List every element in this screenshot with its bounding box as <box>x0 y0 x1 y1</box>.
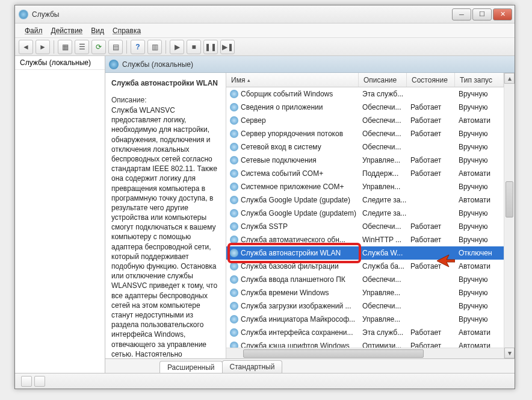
minimize-button[interactable]: ─ <box>452 8 471 20</box>
service-state <box>407 305 455 307</box>
service-name: Служба времени Windows <box>241 289 329 297</box>
service-row[interactable]: Служба автонастройки WLANСлужба W...Откл… <box>226 246 504 260</box>
service-row[interactable]: Системное приложение COM+Управлен...Вруч… <box>226 180 504 193</box>
service-start-type: Вручную <box>455 301 504 311</box>
service-row[interactable]: Сетевой вход в системуОбеспечи...Вручную <box>226 140 504 154</box>
service-name: Служба инициатора Майкрософ... <box>241 315 355 323</box>
service-row[interactable]: Служба интерфейса сохранени...Эта служб.… <box>226 326 504 339</box>
statusbar-button-1[interactable] <box>21 376 32 387</box>
service-start-type: Отключен <box>455 248 504 258</box>
service-start-type: Вручную <box>455 102 504 113</box>
start-service-button[interactable]: ▶ <box>170 40 184 54</box>
service-state: Работает <box>407 234 455 245</box>
service-name: Система событий COM+ <box>241 169 323 178</box>
service-name: Служба интерфейса сохранени... <box>241 328 353 337</box>
service-row[interactable]: Службa aвтоматического обн...WinHTTP ...… <box>226 233 504 246</box>
service-row[interactable]: Служба инициатора Майкрософ...Управляе..… <box>226 313 504 326</box>
close-button[interactable]: ✕ <box>493 8 512 20</box>
service-desc: Обеспечи... <box>359 102 407 113</box>
horizontal-scrollbar[interactable] <box>226 348 504 358</box>
restart-service-button[interactable]: ▶❚ <box>220 40 235 54</box>
services-list: Имя▴ Описание Состояние Тип запус Сборщи… <box>226 73 504 358</box>
service-row[interactable]: СерверОбеспечи...РаботаетАвтомати <box>226 114 504 127</box>
service-start-type: Вручную <box>455 89 504 99</box>
tree-item-local-services[interactable]: Службы (локальные) <box>15 56 105 70</box>
description-text: Служба WLANSVC предоставляет логику, нео… <box>111 105 220 358</box>
service-row[interactable]: Система событий COM+Поддерж...РаботаетАв… <box>226 167 504 180</box>
service-desc: Управляе... <box>359 155 407 166</box>
result-pane-title: Службы (локальные) <box>122 60 193 69</box>
service-start-type: Вручную <box>455 181 504 192</box>
col-startup-type[interactable]: Тип запус <box>455 73 504 87</box>
service-name: Служба автонастройки WLAN <box>241 249 341 257</box>
service-row[interactable]: Служба кэша шрифтов WindowsОптимизи...Ра… <box>226 339 504 348</box>
menu-file[interactable]: Файл <box>21 25 46 36</box>
services-app-icon <box>19 10 28 19</box>
menu-action[interactable]: Действие <box>48 25 87 36</box>
service-start-type: Автомати <box>455 195 504 205</box>
properties-button[interactable]: ☰ <box>75 40 89 54</box>
vscroll-thumb[interactable] <box>506 181 513 217</box>
service-icon <box>230 315 238 323</box>
service-icon <box>230 196 238 204</box>
service-state <box>407 93 455 95</box>
service-icon <box>230 90 238 98</box>
service-row[interactable]: Служба Google Update (gupdate)Следите за… <box>226 193 504 207</box>
service-name: Служба базовой фильтрации <box>241 262 339 270</box>
col-description[interactable]: Описание <box>359 73 407 87</box>
titlebar[interactable]: Службы ─ ☐ ✕ <box>15 5 515 23</box>
console-tree: Службы (локальные) <box>15 56 105 373</box>
statusbar-button-2[interactable] <box>34 376 45 387</box>
help-button[interactable]: ? <box>131 40 145 54</box>
service-name: Сетевые подключения <box>241 156 317 164</box>
col-name[interactable]: Имя▴ <box>226 73 359 87</box>
description-label: Описание: <box>111 96 220 104</box>
service-name: Сведения о приложении <box>241 103 323 111</box>
service-row[interactable]: Служба загрузки изображений ...Обеспечи.… <box>226 299 504 313</box>
tab-extended[interactable]: Расширенный <box>159 361 223 373</box>
service-icon <box>230 275 238 284</box>
pause-service-button[interactable]: ❚❚ <box>203 40 218 54</box>
columns-button[interactable]: ▥ <box>147 40 162 54</box>
service-row[interactable]: Служба Google Update (gupdatem)Следите з… <box>226 207 504 220</box>
sort-asc-icon: ▴ <box>247 77 250 83</box>
maximize-button[interactable]: ☐ <box>472 8 492 20</box>
back-button[interactable]: ◄ <box>19 40 33 54</box>
refresh-button[interactable]: ⟳ <box>91 40 106 54</box>
service-start-type: Автомати <box>455 261 504 272</box>
service-desc: Следите за... <box>359 195 407 205</box>
service-icon <box>230 169 238 178</box>
stop-service-button[interactable]: ■ <box>187 40 201 54</box>
menu-help[interactable]: Справка <box>109 25 144 36</box>
service-state: Работает <box>407 155 455 166</box>
service-start-type: Вручную <box>455 221 504 232</box>
gear-icon <box>109 60 119 69</box>
vertical-scrollbar[interactable]: ▴ ▾ <box>504 73 515 358</box>
service-row[interactable]: Служба базовой фильтрацииСлужба ба...Раб… <box>226 260 504 273</box>
service-row[interactable]: Служба времени WindowsУправляе...Вручную <box>226 286 504 299</box>
service-state: Работает <box>407 115 455 126</box>
scroll-down-button[interactable]: ▾ <box>504 348 515 358</box>
service-row[interactable]: Сервер упорядочения потоковОбеспечи...Ра… <box>226 127 504 140</box>
service-desc: Обеспечи... <box>359 115 407 126</box>
service-state: Работает <box>407 102 455 113</box>
export-button[interactable]: ▤ <box>108 40 123 54</box>
col-state[interactable]: Состояние <box>407 73 455 87</box>
hscroll-thumb[interactable] <box>243 349 424 358</box>
scroll-up-button[interactable]: ▴ <box>504 73 515 84</box>
menu-view[interactable]: Вид <box>87 25 108 36</box>
show-hide-tree-button[interactable]: ▦ <box>58 40 72 54</box>
service-row[interactable]: Служба ввода планшетного ПКОбеспечи...Вр… <box>226 273 504 286</box>
statusbar <box>15 373 515 389</box>
view-tabs: Расширенный Стандартный <box>105 358 515 373</box>
service-start-type: Вручную <box>455 208 504 219</box>
toolbar: ◄ ► ▦ ☰ ⟳ ▤ ? ▥ ▶ ■ ❚❚ ▶❚ <box>15 38 515 56</box>
services-window: Службы ─ ☐ ✕ Файл Действие Вид Справка ◄… <box>14 5 515 389</box>
service-row[interactable]: Сборщик событий WindowsЭта служб...Вручн… <box>226 87 504 101</box>
service-row[interactable]: Служба SSTPОбеспечи...РаботаетВручную <box>226 220 504 233</box>
service-desc: Эта служб... <box>359 89 407 99</box>
service-row[interactable]: Сведения о приложенииОбеспечи...Работает… <box>226 101 504 114</box>
tab-standard[interactable]: Стандартный <box>222 360 283 373</box>
forward-button[interactable]: ► <box>36 40 50 54</box>
service-row[interactable]: Сетевые подключенияУправляе...РаботаетВр… <box>226 154 504 167</box>
